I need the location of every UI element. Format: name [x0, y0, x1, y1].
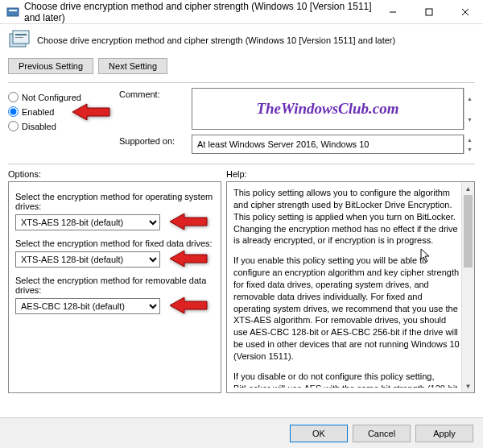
next-setting-button[interactable]: Next Setting	[98, 58, 167, 74]
previous-setting-button[interactable]: Previous Setting	[8, 58, 93, 74]
scroll-thumb[interactable]	[464, 195, 473, 268]
supported-scroll[interactable]: ▲▼	[464, 135, 475, 154]
pointer-arrow-icon	[168, 295, 208, 317]
apply-button[interactable]: Apply	[415, 425, 473, 442]
svg-rect-1	[9, 10, 17, 11]
pointer-arrow-icon	[168, 211, 208, 234]
fixed-drives-label: Select the encryption method for fixed d…	[15, 239, 214, 248]
options-label: Options:	[8, 169, 221, 179]
help-paragraph: This policy setting allows you to config…	[233, 187, 460, 247]
comment-label: Comment:	[119, 88, 192, 99]
watermark-text: TheWindowsClub.com	[256, 100, 398, 118]
comment-field[interactable]: TheWindowsClub.com	[192, 88, 464, 130]
supported-field: At least Windows Server 2016, Windows 10	[192, 135, 464, 154]
help-paragraph: If you enable this policy setting you wi…	[233, 255, 460, 363]
svg-rect-3	[426, 9, 432, 15]
svg-marker-11	[170, 214, 207, 230]
comment-scroll[interactable]: ▲▼	[464, 88, 475, 130]
window-title: Choose drive encryption method and ciphe…	[24, 1, 374, 23]
title-bar: Choose drive encryption method and ciphe…	[0, 0, 483, 24]
fixed-drives-select[interactable]: XTS-AES 128-bit (default)	[15, 251, 160, 268]
policy-title: Choose drive encryption method and ciphe…	[37, 35, 395, 45]
help-scrollbar[interactable]: ▲ ▼	[461, 182, 474, 392]
svg-marker-14	[421, 249, 429, 262]
minimize-button[interactable]	[374, 0, 411, 24]
not-configured-radio[interactable]	[8, 92, 19, 102]
os-drives-label: Select the encryption method for operati…	[15, 192, 214, 211]
removable-drives-select[interactable]: AES-CBC 128-bit (default)	[15, 298, 160, 314]
enabled-label: Enabled	[22, 107, 54, 117]
policy-icon	[8, 29, 31, 52]
enabled-radio[interactable]	[8, 106, 19, 117]
svg-marker-10	[72, 104, 109, 120]
disabled-label: Disabled	[22, 122, 56, 131]
help-panel: This policy setting allows you to config…	[226, 181, 475, 393]
svg-marker-12	[170, 251, 207, 267]
disabled-radio[interactable]	[8, 121, 19, 131]
svg-marker-13	[170, 297, 207, 313]
svg-rect-8	[15, 34, 27, 35]
not-configured-label: Not Configured	[22, 93, 81, 102]
supported-text: At least Windows Server 2016, Windows 10	[197, 139, 369, 149]
cancel-button[interactable]: Cancel	[353, 425, 411, 442]
supported-label: Supported on:	[119, 135, 192, 146]
os-drives-select[interactable]: XTS-AES 128-bit (default)	[15, 214, 160, 230]
svg-rect-9	[15, 37, 23, 38]
ok-button[interactable]: OK	[290, 425, 348, 442]
help-label: Help:	[226, 169, 475, 179]
divider	[8, 164, 475, 164]
mouse-cursor-icon	[420, 248, 431, 264]
help-paragraph: If you disable or do not configure this …	[233, 371, 460, 388]
app-icon	[6, 6, 19, 19]
options-panel: Select the encryption method for operati…	[8, 181, 221, 393]
svg-rect-0	[7, 8, 19, 16]
maximize-button[interactable]	[411, 0, 447, 24]
removable-drives-label: Select the encryption method for removab…	[15, 276, 214, 295]
divider	[8, 82, 475, 83]
policy-header: Choose drive encryption method and ciphe…	[8, 29, 475, 52]
dialog-footer: OK Cancel Apply	[0, 417, 483, 448]
close-button[interactable]	[447, 0, 483, 24]
pointer-arrow-icon	[168, 248, 208, 271]
